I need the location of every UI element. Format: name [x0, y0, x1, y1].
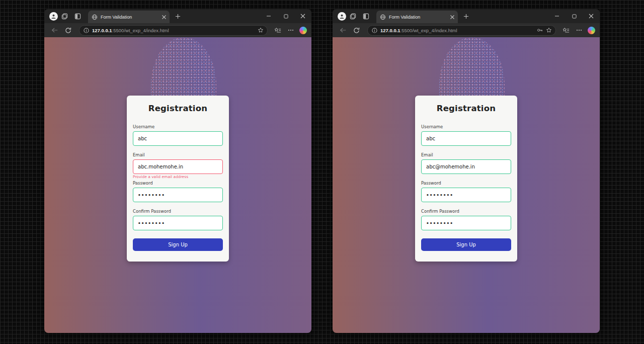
- username-input[interactable]: [421, 131, 511, 146]
- email-error-message: Provide a valid email address: [133, 175, 188, 179]
- minimize-button[interactable]: [260, 9, 277, 23]
- close-button[interactable]: [583, 9, 600, 23]
- globe-favicon-icon: [380, 14, 386, 20]
- profile-avatar[interactable]: [338, 12, 346, 21]
- refresh-button[interactable]: [62, 25, 74, 36]
- url-host: 127.0.0.1: [380, 28, 400, 33]
- email-input[interactable]: [421, 159, 511, 174]
- password-input[interactable]: [421, 188, 511, 202]
- close-button[interactable]: [294, 9, 311, 23]
- page-title: Registration: [133, 104, 223, 113]
- password-label: Password: [133, 181, 223, 186]
- email-input[interactable]: [133, 159, 223, 174]
- settings-menu-icon[interactable]: [573, 24, 585, 36]
- maximize-button[interactable]: [277, 9, 294, 23]
- url-host: 127.0.0.1: [92, 28, 112, 33]
- field-confirm-password: Confirm Password: [421, 209, 511, 230]
- field-email: Email: [421, 152, 511, 174]
- confirm-password-label: Confirm Password: [133, 209, 223, 214]
- field-confirm-password: Confirm Password: [133, 209, 223, 230]
- registration-card: Registration Username Email Provide a va…: [127, 96, 229, 262]
- favorites-bar-icon[interactable]: [272, 24, 284, 36]
- workspaces-icon[interactable]: [58, 10, 71, 23]
- browser-tab[interactable]: Form Validation: [376, 11, 458, 23]
- back-button[interactable]: [49, 25, 61, 36]
- globe-favicon-icon: [92, 14, 98, 20]
- new-tab-button[interactable]: [460, 10, 472, 22]
- copilot-icon[interactable]: [299, 27, 307, 34]
- sign-up-button[interactable]: Sign Up: [421, 238, 511, 251]
- password-input[interactable]: [133, 188, 223, 202]
- email-label: Email: [133, 152, 223, 157]
- confirm-password-label: Confirm Password: [421, 209, 511, 214]
- browser-tab[interactable]: Form Validation: [88, 11, 170, 23]
- site-info-icon[interactable]: [84, 28, 89, 33]
- address-bar[interactable]: 127.0.0.1:5500/wt_exp_4/index.html: [79, 25, 268, 36]
- tab-title: Form Validation: [389, 15, 447, 20]
- settings-menu-icon[interactable]: [285, 24, 297, 36]
- registration-card: Registration Username Email Password Con…: [415, 96, 517, 262]
- browser-window-left: Form Validation 127.0.0.1:5500/wt_exp_4/…: [44, 9, 311, 333]
- field-username: Username: [421, 124, 511, 146]
- page-viewport: Registration Username Email Provide a va…: [44, 37, 311, 333]
- field-password: Password: [133, 181, 223, 202]
- username-input[interactable]: [133, 131, 223, 146]
- back-button[interactable]: [337, 25, 349, 36]
- address-toolbar: 127.0.0.1:5500/wt_exp_4/index.html: [44, 23, 311, 37]
- site-info-icon[interactable]: [372, 28, 377, 33]
- url-text: 127.0.0.1:5500/wt_exp_4/index.html: [92, 28, 255, 33]
- title-bar: Form Validation: [333, 9, 600, 23]
- sign-up-button[interactable]: Sign Up: [133, 238, 223, 251]
- minimize-button[interactable]: [548, 9, 566, 23]
- confirm-password-input[interactable]: [421, 216, 511, 230]
- tab-actions-icon[interactable]: [71, 10, 84, 23]
- favorites-bar-icon[interactable]: [560, 24, 572, 36]
- favorite-star-icon[interactable]: [258, 27, 264, 33]
- field-password: Password: [421, 181, 511, 202]
- favorite-star-icon[interactable]: [546, 27, 552, 33]
- profile-avatar[interactable]: [49, 12, 58, 21]
- url-path: :5500/wt_exp_4/index.html: [112, 28, 169, 33]
- tab-title: Form Validation: [101, 15, 159, 20]
- confirm-password-input[interactable]: [133, 216, 223, 230]
- address-toolbar: 127.0.0.1:5500/wt_exp_4/index.html: [333, 23, 600, 37]
- url-text: 127.0.0.1:5500/wt_exp_4/index.html: [380, 28, 534, 33]
- password-label: Password: [421, 181, 511, 186]
- username-label: Username: [133, 124, 223, 129]
- window-controls: [260, 9, 311, 23]
- title-bar: Form Validation: [44, 9, 311, 23]
- tab-actions-icon[interactable]: [359, 10, 372, 23]
- url-path: :5500/wt_exp_4/index.html: [400, 28, 457, 33]
- copilot-icon[interactable]: [588, 27, 595, 34]
- maximize-button[interactable]: [566, 9, 583, 23]
- page-title: Registration: [421, 104, 511, 113]
- email-label: Email: [421, 152, 511, 157]
- field-email: Email Provide a valid email address: [133, 152, 223, 174]
- browser-window-right: Form Validation 127.0.0.1:5500/wt_exp_4/…: [333, 9, 600, 333]
- window-controls: [548, 9, 600, 23]
- field-username: Username: [133, 124, 223, 146]
- workspaces-icon[interactable]: [346, 10, 359, 23]
- tab-close-icon[interactable]: [162, 15, 166, 19]
- new-tab-button[interactable]: [172, 10, 184, 22]
- username-label: Username: [421, 124, 511, 129]
- tab-close-icon[interactable]: [450, 15, 454, 19]
- saved-password-key-icon[interactable]: [537, 27, 543, 33]
- refresh-button[interactable]: [350, 25, 362, 36]
- page-viewport: Registration Username Email Password Con…: [333, 37, 600, 333]
- address-bar[interactable]: 127.0.0.1:5500/wt_exp_4/index.html: [367, 25, 556, 36]
